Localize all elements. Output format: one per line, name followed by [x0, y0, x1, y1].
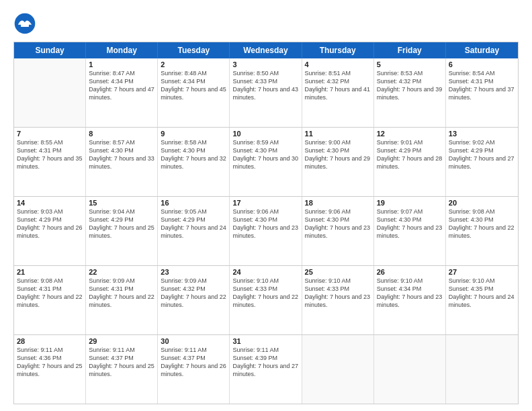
day-cell: 23Sunrise: 9:09 AM Sunset: 4:32 PM Dayli… [158, 266, 230, 334]
day-number: 17 [232, 199, 298, 207]
day-cell: 11Sunrise: 9:00 AM Sunset: 4:30 PM Dayli… [302, 128, 374, 196]
day-number: 26 [377, 268, 443, 276]
day-cell: 7Sunrise: 8:55 AM Sunset: 4:31 PM Daylig… [14, 128, 86, 196]
day-number: 8 [89, 130, 154, 138]
day-number: 15 [89, 199, 154, 207]
day-info: Sunrise: 8:53 AM Sunset: 4:32 PM Dayligh… [377, 69, 443, 102]
day-info: Sunrise: 8:59 AM Sunset: 4:30 PM Dayligh… [232, 138, 298, 171]
day-cell: 17Sunrise: 9:06 AM Sunset: 4:30 PM Dayli… [230, 197, 302, 265]
day-info: Sunrise: 9:04 AM Sunset: 4:29 PM Dayligh… [89, 208, 154, 240]
day-cell: 9Sunrise: 8:58 AM Sunset: 4:30 PM Daylig… [158, 128, 230, 196]
day-number: 21 [17, 268, 83, 276]
day-cell: 26Sunrise: 9:10 AM Sunset: 4:34 PM Dayli… [374, 266, 446, 334]
day-cell: 6Sunrise: 8:54 AM Sunset: 4:31 PM Daylig… [446, 58, 518, 127]
week-row-5: 28Sunrise: 9:11 AM Sunset: 4:36 PM Dayli… [14, 334, 518, 404]
day-number: 11 [305, 130, 371, 138]
day-cell: 27Sunrise: 9:10 AM Sunset: 4:35 PM Dayli… [446, 266, 518, 334]
day-info: Sunrise: 8:48 AM Sunset: 4:34 PM Dayligh… [161, 69, 226, 102]
day-info: Sunrise: 9:09 AM Sunset: 4:31 PM Dayligh… [89, 277, 154, 310]
day-number: 30 [161, 337, 226, 345]
day-header-sunday: Sunday [14, 42, 86, 58]
day-number: 4 [305, 60, 371, 68]
day-number: 28 [17, 337, 83, 345]
day-info: Sunrise: 8:47 AM Sunset: 4:34 PM Dayligh… [89, 69, 154, 102]
day-number: 2 [161, 60, 226, 68]
day-info: Sunrise: 9:10 AM Sunset: 4:33 PM Dayligh… [232, 277, 298, 310]
day-info: Sunrise: 8:58 AM Sunset: 4:30 PM Dayligh… [161, 138, 226, 171]
day-number: 25 [305, 268, 371, 276]
day-number: 3 [232, 60, 298, 68]
day-number: 14 [17, 199, 83, 207]
day-number: 6 [449, 60, 515, 68]
day-cell: 28Sunrise: 9:11 AM Sunset: 4:36 PM Dayli… [14, 335, 86, 404]
day-info: Sunrise: 8:57 AM Sunset: 4:30 PM Dayligh… [89, 138, 154, 171]
day-number: 16 [161, 199, 226, 207]
day-cell [14, 58, 86, 127]
logo [13, 12, 42, 35]
day-header-friday: Friday [374, 42, 446, 58]
day-info: Sunrise: 9:00 AM Sunset: 4:30 PM Dayligh… [305, 138, 371, 171]
day-info: Sunrise: 9:06 AM Sunset: 4:30 PM Dayligh… [232, 208, 298, 240]
day-number: 24 [232, 268, 298, 276]
day-info: Sunrise: 8:51 AM Sunset: 4:32 PM Dayligh… [305, 69, 371, 102]
day-cell: 30Sunrise: 9:11 AM Sunset: 4:37 PM Dayli… [158, 335, 230, 404]
day-info: Sunrise: 9:11 AM Sunset: 4:36 PM Dayligh… [17, 346, 83, 379]
day-number: 20 [449, 199, 515, 207]
day-header-thursday: Thursday [302, 42, 374, 58]
day-number: 1 [89, 60, 154, 68]
day-headers: SundayMondayTuesdayWednesdayThursdayFrid… [14, 42, 518, 58]
day-cell: 12Sunrise: 9:01 AM Sunset: 4:29 PM Dayli… [374, 128, 446, 196]
day-number: 23 [161, 268, 226, 276]
day-cell: 10Sunrise: 8:59 AM Sunset: 4:30 PM Dayli… [230, 128, 302, 196]
day-number: 7 [17, 130, 83, 138]
day-cell: 22Sunrise: 9:09 AM Sunset: 4:31 PM Dayli… [86, 266, 158, 334]
day-cell: 14Sunrise: 9:03 AM Sunset: 4:29 PM Dayli… [14, 197, 86, 265]
day-cell [446, 335, 518, 404]
day-cell: 5Sunrise: 8:53 AM Sunset: 4:32 PM Daylig… [374, 58, 446, 127]
day-cell: 4Sunrise: 8:51 AM Sunset: 4:32 PM Daylig… [302, 58, 374, 127]
week-row-2: 7Sunrise: 8:55 AM Sunset: 4:31 PM Daylig… [14, 127, 518, 196]
day-cell: 19Sunrise: 9:07 AM Sunset: 4:30 PM Dayli… [374, 197, 446, 265]
day-info: Sunrise: 8:50 AM Sunset: 4:33 PM Dayligh… [232, 69, 298, 102]
day-cell: 1Sunrise: 8:47 AM Sunset: 4:34 PM Daylig… [86, 58, 158, 127]
calendar: SundayMondayTuesdayWednesdayThursdayFrid… [13, 42, 519, 404]
day-cell: 13Sunrise: 9:02 AM Sunset: 4:29 PM Dayli… [446, 128, 518, 196]
day-cell: 15Sunrise: 9:04 AM Sunset: 4:29 PM Dayli… [86, 197, 158, 265]
day-number: 12 [377, 130, 443, 138]
day-info: Sunrise: 9:07 AM Sunset: 4:30 PM Dayligh… [377, 208, 443, 240]
day-info: Sunrise: 9:03 AM Sunset: 4:29 PM Dayligh… [17, 208, 83, 240]
day-info: Sunrise: 9:11 AM Sunset: 4:37 PM Dayligh… [161, 346, 226, 379]
day-info: Sunrise: 9:08 AM Sunset: 4:30 PM Dayligh… [449, 208, 515, 240]
day-number: 19 [377, 199, 443, 207]
day-number: 29 [89, 337, 154, 345]
week-row-1: 1Sunrise: 8:47 AM Sunset: 4:34 PM Daylig… [14, 58, 518, 127]
day-number: 9 [161, 130, 226, 138]
day-number: 27 [449, 268, 515, 276]
day-header-wednesday: Wednesday [230, 42, 302, 58]
day-info: Sunrise: 9:08 AM Sunset: 4:31 PM Dayligh… [17, 277, 83, 310]
day-info: Sunrise: 9:11 AM Sunset: 4:39 PM Dayligh… [232, 346, 298, 379]
day-info: Sunrise: 9:05 AM Sunset: 4:29 PM Dayligh… [161, 208, 226, 240]
week-row-3: 14Sunrise: 9:03 AM Sunset: 4:29 PM Dayli… [14, 196, 518, 265]
day-cell: 29Sunrise: 9:11 AM Sunset: 4:37 PM Dayli… [86, 335, 158, 404]
day-number: 13 [449, 130, 515, 138]
day-header-tuesday: Tuesday [158, 42, 230, 58]
calendar-page: SundayMondayTuesdayWednesdayThursdayFrid… [0, 0, 532, 411]
day-cell: 24Sunrise: 9:10 AM Sunset: 4:33 PM Dayli… [230, 266, 302, 334]
day-info: Sunrise: 8:55 AM Sunset: 4:31 PM Dayligh… [17, 138, 83, 171]
calendar-body: 1Sunrise: 8:47 AM Sunset: 4:34 PM Daylig… [14, 58, 518, 404]
day-cell: 2Sunrise: 8:48 AM Sunset: 4:34 PM Daylig… [158, 58, 230, 127]
day-cell: 18Sunrise: 9:06 AM Sunset: 4:30 PM Dayli… [302, 197, 374, 265]
day-cell: 31Sunrise: 9:11 AM Sunset: 4:39 PM Dayli… [230, 335, 302, 404]
day-info: Sunrise: 9:01 AM Sunset: 4:29 PM Dayligh… [377, 138, 443, 171]
day-info: Sunrise: 9:02 AM Sunset: 4:29 PM Dayligh… [449, 138, 515, 171]
day-cell: 20Sunrise: 9:08 AM Sunset: 4:30 PM Dayli… [446, 197, 518, 265]
day-info: Sunrise: 9:10 AM Sunset: 4:33 PM Dayligh… [305, 277, 371, 310]
day-info: Sunrise: 9:11 AM Sunset: 4:37 PM Dayligh… [89, 346, 154, 379]
day-info: Sunrise: 9:10 AM Sunset: 4:34 PM Dayligh… [377, 277, 443, 310]
day-cell: 3Sunrise: 8:50 AM Sunset: 4:33 PM Daylig… [230, 58, 302, 127]
day-cell [374, 335, 446, 404]
day-header-saturday: Saturday [446, 42, 518, 58]
day-number: 22 [89, 268, 154, 276]
day-number: 10 [232, 130, 298, 138]
